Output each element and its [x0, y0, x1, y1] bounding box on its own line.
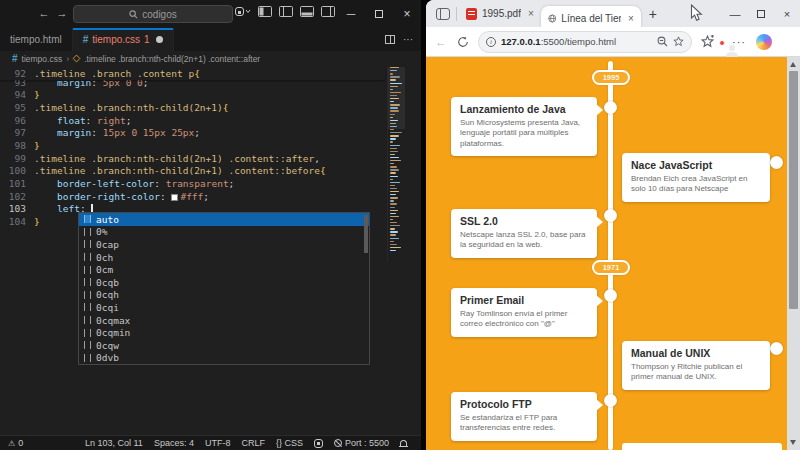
url-text[interactable]: 127.0.0.1:5500/tiempo.html [501, 36, 652, 47]
status-item-icon[interactable] [314, 439, 323, 448]
unit-kind-icon [84, 291, 91, 299]
favorites-hub-icon [701, 35, 714, 48]
timeline-card: Primer EmailRay Tomlinson envía el prime… [451, 288, 597, 337]
suggest-item-0cqw[interactable]: 0cqw [79, 339, 369, 352]
suggest-item-0%[interactable]: 0% [79, 226, 369, 239]
status-item--css[interactable]: {} CSS [276, 438, 303, 448]
tab-title: Línea del Tiempo [561, 13, 621, 24]
minimap[interactable] [387, 67, 405, 262]
code-text: margin: 15px 0 15px 25px; [34, 126, 200, 139]
unit-kind-icon [84, 253, 91, 261]
minimap-line [390, 191, 399, 192]
suggest-item-0cqmax[interactable]: 0cqmax [79, 314, 369, 327]
timeline-page: 19951971Lanzamiento de JavaSun Microsyst… [426, 57, 800, 450]
minimap-line [390, 107, 398, 108]
minimap-line [390, 234, 396, 235]
suggest-scrollbar[interactable] [364, 215, 368, 253]
line-number: 98 [0, 139, 26, 152]
unit-kind-icon [84, 240, 91, 248]
event-title: SSL 2.0 [460, 215, 588, 227]
line-number: 99 [0, 152, 26, 165]
tab-workspaces-icon[interactable] [436, 8, 450, 20]
vscode-status-bar: ⚠ 0 Ln 103, Col 11Spaces: 4UTF-8CRLF{} C… [0, 435, 421, 450]
suggest-item-0ch[interactable]: 0ch [79, 251, 369, 264]
browser-minimize-button[interactable]: — [722, 0, 748, 27]
port-blocked-icon [334, 439, 342, 447]
minimap-line [390, 197, 398, 198]
minimap-line [390, 216, 399, 217]
minimap-line [390, 145, 400, 146]
minimap-line [390, 86, 398, 87]
minimap-line [390, 104, 400, 105]
suggest-item-0cqi[interactable]: 0cqi [79, 301, 369, 314]
line-number: 94 [0, 88, 26, 101]
line-number: 101 [0, 177, 26, 190]
minimap-line [390, 163, 394, 164]
globe-icon [548, 13, 557, 24]
code-text: } [34, 88, 40, 101]
minimap-line [390, 141, 393, 142]
suggest-item-0cqh[interactable]: 0cqh [79, 289, 369, 302]
suggest-label: 0cqmin [96, 327, 130, 338]
page-scrollbar[interactable] [787, 57, 800, 450]
scrollbar-thumb[interactable] [789, 71, 798, 309]
minimap-line [390, 117, 393, 118]
partial-card [622, 443, 782, 450]
minimap-line [390, 179, 393, 180]
favorite-star-icon[interactable] [673, 36, 684, 47]
browser-maximize-button[interactable] [748, 0, 774, 27]
suggest-item-0cqb[interactable]: 0cqb [79, 276, 369, 289]
status-item-port-5500[interactable]: Port : 5500 [334, 438, 389, 448]
code-text: .timeline .branch .content p{ [34, 67, 200, 80]
status-item-utf-8[interactable]: UTF-8 [205, 438, 231, 448]
code-line-92: 92.timeline .branch .content p{ [0, 67, 385, 80]
unit-kind-icon [84, 278, 91, 286]
divider [456, 7, 457, 21]
scroll-up-arrow-icon[interactable] [790, 62, 796, 67]
new-tab-button[interactable]: + [641, 6, 665, 22]
status-item-ln-103-col-11[interactable]: Ln 103, Col 11 [85, 438, 143, 448]
url-host: 127.0.0.1 [501, 36, 541, 47]
suggest-label: auto [96, 214, 119, 225]
problems-indicator[interactable]: ⚠ 0 [0, 438, 23, 448]
event-description: Netscape lanza SSL 2.0, base para la seg… [460, 230, 588, 251]
minimap-line [390, 231, 398, 232]
minimap-line [390, 200, 394, 201]
timeline-node-icon [770, 342, 783, 355]
suggest-item-auto[interactable]: auto [79, 213, 369, 226]
timeline-node-icon [604, 394, 617, 407]
browser-refresh-button[interactable] [452, 31, 474, 53]
code-line-102: 102border-right-color: #fff; [0, 190, 385, 203]
suggest-item-0cap[interactable]: 0cap [79, 238, 369, 251]
copilot-browser-icon[interactable] [756, 34, 772, 50]
suggest-label: 0cap [96, 239, 119, 250]
browser-close-button[interactable]: × [774, 0, 800, 27]
browser-tab-1995.pdf[interactable]: 1995.pdf× [459, 0, 541, 27]
minimap-line [390, 241, 394, 242]
status-item-icon[interactable] [400, 440, 407, 446]
code-text: border-right-color: #fff; [34, 190, 209, 203]
status-item-spaces-4[interactable]: Spaces: 4 [154, 438, 194, 448]
status-item-crlf[interactable]: CRLF [241, 438, 265, 448]
minimap-line [390, 129, 394, 130]
line-number: 100 [0, 164, 26, 177]
code-line-98: 98} [0, 139, 385, 152]
site-info-icon[interactable]: i [486, 37, 496, 47]
suggest-item-0dvb[interactable]: 0dvb [79, 352, 369, 365]
address-bar[interactable]: i 127.0.0.1:5500/tiempo.html [478, 31, 692, 53]
favorites-hub-button[interactable] [696, 31, 718, 53]
line-number: 96 [0, 114, 26, 127]
suggest-item-0cqmin[interactable]: 0cqmin [79, 326, 369, 339]
zoom-out-icon[interactable] [657, 36, 668, 47]
minimap-line [390, 154, 395, 155]
suggest-item-0cm[interactable]: 0cm [79, 263, 369, 276]
problems-count: 0 [18, 438, 23, 448]
warning-icon: ⚠ [8, 439, 15, 448]
tab-close-icon[interactable]: × [626, 13, 634, 24]
browser-back-button[interactable]: ← [430, 31, 452, 53]
code-line-99: 99.timeline .branch:nth-child(2n+1) .con… [0, 152, 385, 165]
unit-kind-icon [84, 266, 91, 274]
tab-close-icon[interactable]: × [526, 8, 534, 19]
suggest-label: 0ch [96, 252, 113, 263]
scroll-down-arrow-icon[interactable] [790, 440, 796, 445]
